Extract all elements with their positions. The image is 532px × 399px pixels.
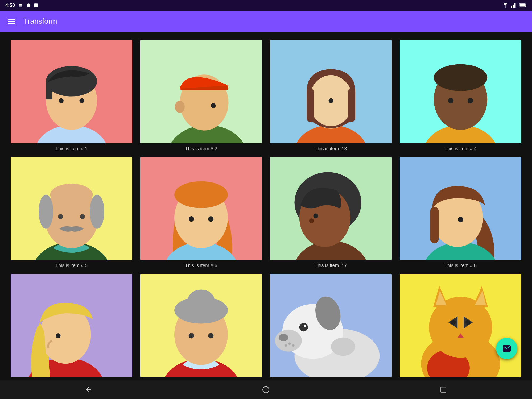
- list-item[interactable]: This is item # 3: [270, 40, 392, 152]
- time-display: 4:50: [5, 3, 15, 8]
- list-item[interactable]: This is item # 2: [140, 40, 262, 152]
- item-label: This is item # 3: [315, 146, 347, 152]
- svg-point-86: [279, 334, 288, 341]
- svg-point-79: [189, 333, 194, 339]
- svg-point-54: [208, 216, 214, 222]
- svg-rect-2: [511, 6, 512, 8]
- svg-point-43: [39, 194, 53, 228]
- list-item[interactable]: This is item # 11: [270, 274, 392, 380]
- notif-icon-2: [26, 3, 31, 8]
- wifi-icon: [502, 3, 509, 8]
- item-label: This is item # 7: [315, 263, 347, 268]
- svg-point-16: [79, 98, 84, 103]
- email-icon: [502, 344, 512, 353]
- list-item[interactable]: This is item # 4: [400, 40, 521, 152]
- svg-rect-5: [515, 3, 516, 8]
- status-time: 4:50: [5, 3, 38, 8]
- signal-icon: [511, 3, 517, 8]
- back-button[interactable]: [82, 383, 95, 396]
- battery-icon: [519, 3, 527, 7]
- svg-rect-107: [441, 387, 446, 392]
- svg-point-80: [208, 333, 214, 339]
- svg-rect-4: [514, 3, 515, 8]
- item-label: This is item # 8: [444, 263, 477, 268]
- svg-point-44: [90, 194, 104, 228]
- svg-point-90: [288, 343, 291, 345]
- svg-point-52: [174, 181, 228, 208]
- item-label: This is item # 9: [55, 380, 88, 380]
- item-label: This is item # 11: [314, 380, 348, 380]
- svg-point-91: [292, 344, 294, 347]
- svg-rect-1: [34, 3, 38, 7]
- recents-icon: [440, 386, 447, 393]
- item-label: This is item # 1: [55, 146, 88, 152]
- bottom-nav: [0, 380, 532, 399]
- svg-point-92: [284, 344, 287, 347]
- svg-rect-7: [526, 5, 526, 6]
- svg-rect-66: [430, 207, 439, 243]
- svg-point-60: [309, 218, 314, 223]
- svg-point-78: [188, 290, 215, 311]
- svg-point-36: [434, 64, 487, 91]
- svg-rect-3: [513, 5, 514, 8]
- item-label: This is item # 2: [185, 146, 217, 152]
- svg-point-38: [468, 98, 473, 103]
- svg-point-67: [458, 217, 463, 222]
- svg-point-61: [313, 213, 318, 218]
- svg-point-85: [275, 330, 302, 352]
- list-item[interactable]: This is item # 7: [270, 157, 392, 269]
- notif-icon-1: [18, 3, 23, 8]
- svg-point-104: [465, 320, 470, 325]
- back-icon: [85, 386, 93, 394]
- list-item[interactable]: This is item # 6: [140, 157, 262, 269]
- svg-rect-8: [520, 4, 525, 7]
- list-item[interactable]: This is item # 9: [11, 274, 132, 380]
- svg-point-22: [211, 103, 216, 108]
- list-item[interactable]: This is item # 12: [400, 274, 521, 380]
- list-item[interactable]: This is item # 5: [11, 157, 132, 269]
- svg-point-31: [328, 98, 333, 103]
- item-label: This is item # 6: [185, 263, 217, 268]
- svg-point-47: [80, 214, 85, 219]
- item-label: This is item # 5: [55, 263, 88, 268]
- item-label: This is item # 12: [443, 380, 478, 380]
- svg-point-89: [331, 338, 355, 356]
- list-item[interactable]: This is item # 1: [11, 40, 132, 152]
- menu-button[interactable]: [8, 19, 15, 24]
- item-label: This is item # 10: [184, 380, 218, 380]
- home-icon: [262, 386, 270, 393]
- svg-point-103: [451, 320, 456, 325]
- svg-point-53: [189, 216, 194, 222]
- main-content: This is item # 1: [0, 32, 532, 380]
- svg-point-0: [27, 3, 30, 7]
- svg-rect-14: [46, 81, 52, 99]
- svg-point-106: [263, 386, 269, 393]
- svg-point-45: [50, 184, 93, 205]
- status-icons: [502, 3, 527, 8]
- svg-point-46: [58, 214, 63, 219]
- svg-point-87: [299, 323, 308, 331]
- svg-point-88: [303, 325, 306, 327]
- item-label: This is item # 4: [444, 146, 477, 152]
- home-button[interactable]: [259, 383, 273, 396]
- svg-rect-30: [348, 89, 355, 122]
- fab-button[interactable]: [496, 338, 517, 359]
- recents-button[interactable]: [437, 383, 450, 396]
- status-bar: 4:50: [0, 0, 532, 11]
- svg-point-72: [56, 333, 60, 338]
- item-grid: This is item # 1: [11, 40, 521, 380]
- svg-point-15: [59, 98, 64, 103]
- notif-icon-3: [34, 3, 38, 8]
- svg-point-23: [175, 101, 185, 113]
- svg-point-37: [448, 98, 454, 103]
- list-item[interactable]: This is item # 10: [140, 274, 262, 380]
- svg-rect-29: [307, 89, 314, 122]
- app-bar: Transform: [0, 11, 532, 32]
- app-title: Transform: [23, 17, 57, 26]
- list-item[interactable]: This is item # 8: [400, 157, 521, 269]
